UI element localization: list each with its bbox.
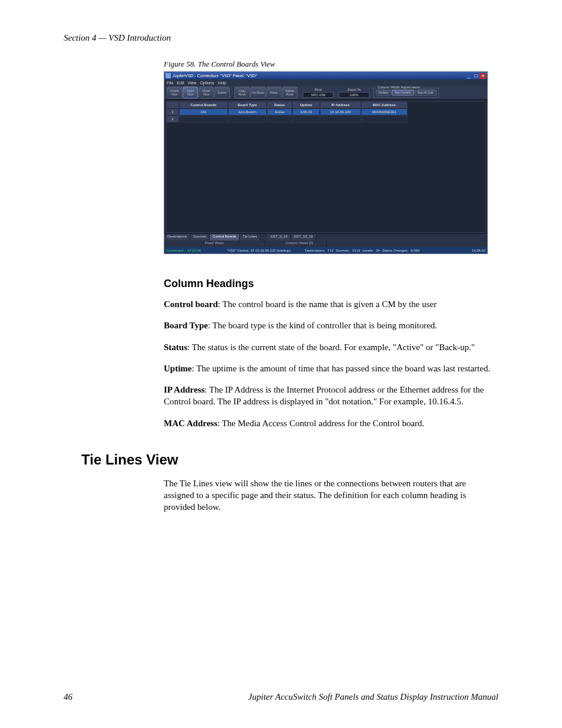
- menu-help[interactable]: Help: [218, 81, 226, 85]
- window-title: JupiterVSD - Connection: "VSD" Panel: "V…: [173, 74, 465, 78]
- app-screenshot: JupiterVSD - Connection: "VSD" Panel: "V…: [164, 71, 488, 254]
- fixed-views-label: Fixed Views: [164, 241, 265, 247]
- cell-uptime: 3:05:23: [292, 108, 320, 116]
- tab-control-boards[interactable]: Control Boards: [210, 234, 240, 241]
- menu-bar: File Edit View Options Help: [164, 80, 487, 86]
- col-header-control-boards[interactable]: Control Boards: [179, 101, 228, 108]
- col-see-all-button[interactable]: See All Cols: [415, 90, 437, 95]
- tie-lines-view-title: Tie Lines View: [81, 452, 498, 468]
- status-lvl-value: 24: [376, 249, 380, 252]
- col-header-board-type[interactable]: Board Type: [228, 101, 267, 108]
- col-header-status[interactable]: Status: [267, 101, 293, 108]
- status-changes-value: 6,090: [411, 249, 419, 252]
- column-headings-title: Column Headings: [164, 278, 498, 290]
- term-board-type: Board Type: [164, 321, 208, 330]
- term-mac: MAC Address: [164, 419, 217, 428]
- col-header-blank[interactable]: [166, 101, 179, 108]
- tab-dst-9-19[interactable]: DST_9_19: [267, 234, 291, 241]
- paragraph-uptime: Uptime: The uptime is the amount of time…: [164, 363, 498, 374]
- tab-dst-10-19[interactable]: DST_10_19: [291, 234, 316, 241]
- menu-view[interactable]: View: [187, 81, 196, 85]
- paragraph-control-board: Control board: The control board is the …: [164, 298, 498, 310]
- col-header-uptime[interactable]: Uptime: [292, 101, 320, 108]
- close-button[interactable]: ✕: [480, 73, 486, 79]
- cell-mac: 00405300E3E1: [361, 108, 408, 116]
- col-header-ip[interactable]: IP Address: [320, 101, 361, 108]
- bottom-tabs: Destinations Sources Control Boards Tie …: [164, 234, 487, 241]
- row-index: 1: [166, 108, 179, 116]
- menu-edit[interactable]: Edit: [177, 81, 184, 85]
- row-index: 2: [166, 116, 179, 123]
- col-header-mac[interactable]: MAC Address: [361, 101, 408, 108]
- column-width-label: Column Width Adjustments: [376, 85, 421, 89]
- def-ip: : The IP Address is the Internet Protoco…: [164, 385, 484, 406]
- status-dest-label: Destinations:: [305, 249, 325, 252]
- cell-uptime: [292, 116, 320, 123]
- col-see-content-button[interactable]: See Content: [392, 90, 414, 95]
- tab-sources[interactable]: Sources: [190, 234, 210, 241]
- term-status: Status: [164, 342, 187, 352]
- toolbar: Create View Open View Close View Delete …: [164, 86, 487, 100]
- cell-board-type: [228, 116, 267, 123]
- tab-tie-lines[interactable]: Tie Lines: [240, 234, 260, 241]
- paste-button[interactable]: Paste: [266, 87, 282, 98]
- status-time: 14:28:32: [472, 249, 485, 252]
- footer-manual-title: Jupiter AccuSwitch Soft Panels and Statu…: [248, 692, 498, 702]
- status-changes-label: Status Changes:: [382, 249, 408, 252]
- def-mac: : The Media Access Control address for t…: [217, 419, 424, 428]
- table-area: Control Boards Board Type Status Uptime …: [166, 101, 486, 233]
- delete-rows-button[interactable]: Delete Rows: [282, 87, 297, 98]
- paragraph-tie-lines: The Tie Lines view will show the tie lin…: [164, 477, 498, 513]
- minimize-button[interactable]: _: [465, 73, 472, 79]
- custom-views-label: Custom Views [2]: [272, 241, 327, 247]
- status-bar: Connected – 14:23:06 "VSD" Device: 15 10…: [164, 247, 487, 253]
- maximize-button[interactable]: ☐: [472, 73, 479, 79]
- menu-options[interactable]: Options: [200, 81, 214, 85]
- term-ip: IP Address: [164, 385, 204, 394]
- control-boards-table: Control Boards Board Type Status Uptime …: [166, 101, 408, 123]
- copy-rows-button[interactable]: Copy Rows: [234, 87, 250, 98]
- term-uptime: Uptime: [164, 364, 192, 373]
- cell-board-type: AccuSwitch: [228, 108, 267, 116]
- cell-status: [267, 116, 293, 123]
- menu-file[interactable]: File: [167, 81, 173, 85]
- def-status: : The status is the current state of the…: [187, 342, 475, 352]
- paragraph-mac: MAC Address: The Media Access Control ad…: [164, 417, 498, 429]
- create-view-button[interactable]: Create View: [167, 87, 182, 98]
- zoom-input[interactable]: 100%: [339, 92, 369, 98]
- def-uptime: : The uptime is the amount of time that …: [192, 364, 491, 373]
- bottom-tabs-labels: Fixed Views Custom Views [2]: [164, 241, 487, 247]
- tab-destinations[interactable]: Destinations: [164, 234, 190, 241]
- def-board-type: : The board type is the kind of controll…: [208, 321, 437, 330]
- table-row[interactable]: 2: [166, 116, 408, 123]
- status-connected: Connected – 14:23:06: [166, 249, 201, 252]
- status-src-label: Sources:: [336, 249, 350, 252]
- page-footer: 46 Jupiter AccuSwitch Soft Panels and St…: [64, 692, 498, 702]
- zoom-label: Zoom %: [348, 88, 361, 91]
- section-header: Section 4 — VSD Introduction: [64, 33, 498, 43]
- paragraph-status: Status: The status is the current state …: [164, 341, 498, 353]
- paragraph-ip: IP Address: The IP Address is the Intern…: [164, 384, 498, 408]
- cell-status: Active: [267, 108, 293, 116]
- window-titlebar: JupiterVSD - Connection: "VSD" Panel: "V…: [164, 72, 487, 80]
- term-control-board: Control board: [164, 299, 218, 309]
- paragraph-board-type: Board Type: The board type is the kind o…: [164, 319, 498, 331]
- page-number: 46: [64, 692, 72, 702]
- app-icon: [166, 73, 171, 78]
- cut-rows-button[interactable]: Cut Rows: [250, 87, 266, 98]
- status-lvl-label: Levels:: [362, 249, 373, 252]
- col-default-button[interactable]: Default: [376, 90, 391, 95]
- status-dest-value: 712: [328, 249, 333, 252]
- table-row[interactable]: 1 CM AccuSwitch Active 3:05:23 10.16.86.…: [166, 108, 408, 116]
- cell-control-board: CM: [179, 108, 228, 116]
- open-view-button[interactable]: Open View: [183, 87, 198, 98]
- cell-control-board: [179, 116, 228, 123]
- close-view-button[interactable]: Close View: [199, 87, 214, 98]
- delete-button[interactable]: Delete: [214, 87, 230, 98]
- def-control-board: : The control board is the name that is …: [218, 299, 437, 309]
- cell-ip: 10.16.86.220: [320, 108, 361, 116]
- cell-mac: [361, 116, 408, 123]
- status-src-value: 1513: [352, 249, 360, 252]
- find-input[interactable]: SRC 036: [303, 92, 333, 98]
- status-device: "VSD" Device: 15 10.16.86.220 (backup): [227, 249, 290, 252]
